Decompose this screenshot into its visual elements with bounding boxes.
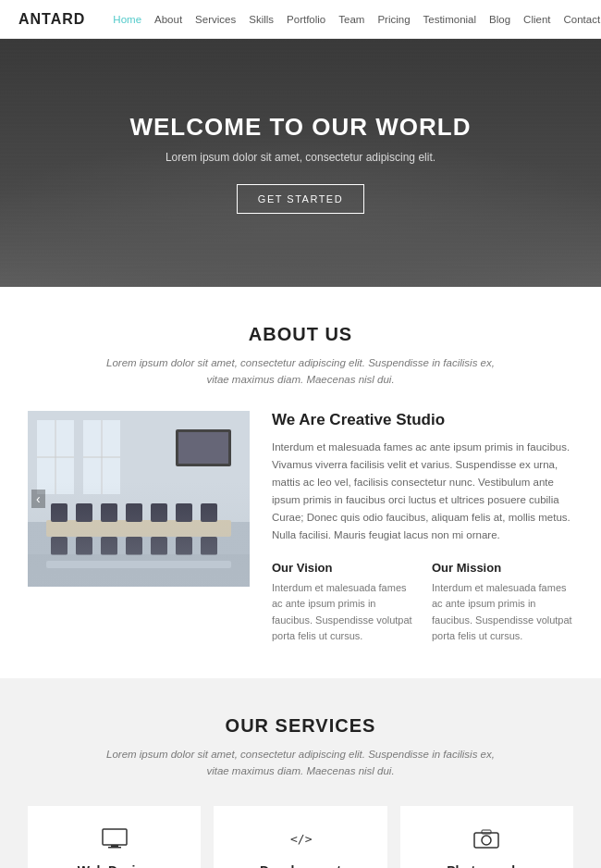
about-content: ‹ We Are Creative Studio Interdum et mal… xyxy=(28,411,573,645)
nav-item-portfolio[interactable]: Portfolio xyxy=(287,12,325,26)
svg-rect-18 xyxy=(51,537,67,555)
services-section-title: OUR SERVICES xyxy=(28,715,573,737)
services-section-desc: Lorem ipsum dolor sit amet, consectetur … xyxy=(106,746,495,780)
code-icon: </> xyxy=(228,828,372,854)
nav-item-pricing[interactable]: Pricing xyxy=(377,12,410,26)
svg-rect-21 xyxy=(126,537,142,555)
nav-item-home[interactable]: Home xyxy=(113,12,141,26)
service-card-web-design: Web Design Interdum et malesuada fames a… xyxy=(28,806,201,868)
get-started-button[interactable]: GET STARTED xyxy=(237,184,364,214)
service-name: Web Design xyxy=(43,863,186,868)
about-main-body: Interdum et malesuada fames ac ante ipsu… xyxy=(272,439,573,544)
about-two-col: Our Vision Interdum et malesuada fames a… xyxy=(272,561,573,645)
about-vision: Our Vision Interdum et malesuada fames a… xyxy=(272,561,413,645)
vision-title: Our Vision xyxy=(272,561,413,575)
about-mission: Our Mission Interdum et malesuada fames … xyxy=(432,561,573,645)
about-section-title: ABOUT US xyxy=(28,324,573,345)
about-main-title: We Are Creative Studio xyxy=(272,411,573,429)
about-section-desc: Lorem ipsum dolor sit amet, consectetur … xyxy=(106,354,495,389)
svg-rect-11 xyxy=(51,503,67,522)
nav-links: Home About Services Skills Portfolio Tea… xyxy=(113,12,600,26)
svg-rect-10 xyxy=(46,520,231,537)
about-room-svg xyxy=(28,411,250,587)
svg-rect-15 xyxy=(151,503,167,522)
hero-subtitle: Lorem ipsum dolor sit amet, consectetur … xyxy=(129,151,471,164)
about-header: ABOUT US Lorem ipsum dolor sit amet, con… xyxy=(28,324,573,389)
nav-item-contact[interactable]: Contact xyxy=(564,12,601,26)
svg-rect-23 xyxy=(176,537,192,555)
nav-item-blog[interactable]: Blog xyxy=(489,12,510,26)
svg-rect-9 xyxy=(178,432,228,464)
svg-rect-17 xyxy=(201,503,217,522)
service-card-development: </> Development Interdum et malesuada fa… xyxy=(214,806,386,868)
monitor-icon xyxy=(43,828,186,854)
nav-item-client[interactable]: Client xyxy=(523,12,550,26)
svg-rect-27 xyxy=(111,845,118,847)
mission-title: Our Mission xyxy=(432,561,573,575)
services-header: OUR SERVICES Lorem ipsum dolor sit amet,… xyxy=(28,715,573,780)
mission-body: Interdum et malesuada fames ac ante ipsu… xyxy=(432,580,573,645)
camera-icon xyxy=(415,828,558,854)
brand-logo: ANTARD xyxy=(18,11,85,28)
svg-rect-19 xyxy=(76,537,92,555)
svg-rect-25 xyxy=(28,554,250,587)
svg-text:</>: </> xyxy=(290,832,313,846)
svg-rect-16 xyxy=(176,503,192,522)
about-image: ‹ xyxy=(28,411,250,587)
svg-rect-24 xyxy=(201,537,217,555)
svg-rect-26 xyxy=(103,829,127,845)
nav-item-about[interactable]: About xyxy=(154,12,182,26)
svg-rect-22 xyxy=(151,537,167,555)
services-grid: Web Design Interdum et malesuada fames a… xyxy=(28,806,573,868)
vision-body: Interdum et malesuada fames ac ante ipsu… xyxy=(272,580,413,645)
svg-point-31 xyxy=(482,836,491,845)
hero-content: WELCOME TO OUR WORLD Lorem ipsum dolor s… xyxy=(129,113,471,214)
nav-item-team[interactable]: Team xyxy=(338,12,364,26)
about-text: We Are Creative Studio Interdum et males… xyxy=(272,411,573,645)
nav-item-skills[interactable]: Skills xyxy=(249,12,274,26)
svg-rect-14 xyxy=(126,503,142,522)
service-name: Development xyxy=(228,863,372,868)
nav-item-testimonial[interactable]: Testimonial xyxy=(423,12,477,26)
svg-rect-20 xyxy=(101,537,117,555)
about-prev-arrow[interactable]: ‹ xyxy=(31,490,45,508)
nav-item-services[interactable]: Services xyxy=(195,12,236,26)
about-section: ABOUT US Lorem ipsum dolor sit amet, con… xyxy=(0,287,601,678)
hero-title: WELCOME TO OUR WORLD xyxy=(129,113,471,142)
service-name: Photography xyxy=(415,863,558,868)
service-card-photography: Photography Interdum et malesuada fames … xyxy=(400,806,573,868)
navbar: ANTARD Home About Services Skills Portfo… xyxy=(0,0,601,39)
hero-section: WELCOME TO OUR WORLD Lorem ipsum dolor s… xyxy=(0,39,601,287)
svg-rect-28 xyxy=(108,847,121,849)
about-image-visual xyxy=(28,411,250,587)
svg-rect-12 xyxy=(76,503,92,522)
svg-rect-13 xyxy=(101,503,117,522)
services-section: OUR SERVICES Lorem ipsum dolor sit amet,… xyxy=(0,678,601,868)
